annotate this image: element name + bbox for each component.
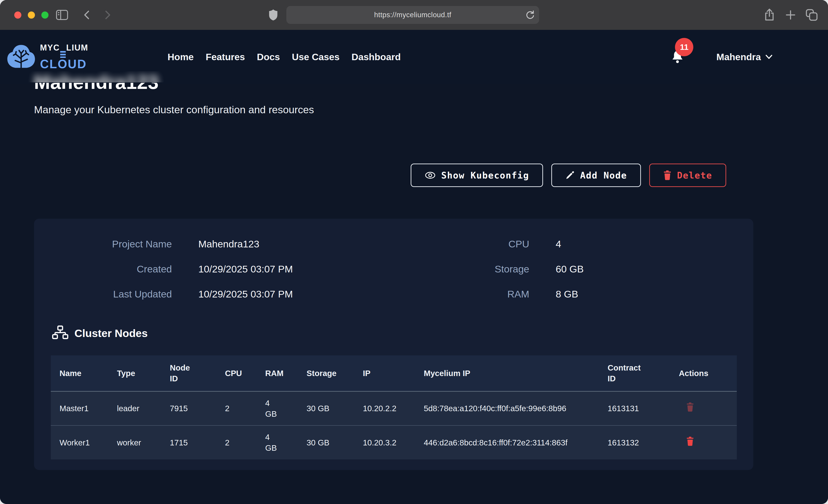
table-row: Worker1 worker 1715 2 4 GB 30 GB 10.20.3… bbox=[51, 425, 737, 459]
col-header-actions: Actions bbox=[670, 355, 737, 391]
node-ram: 4 GB bbox=[256, 391, 298, 425]
page-viewport: MYCELIUM CLOUD Home Features Docs Use Ca… bbox=[0, 30, 828, 504]
node-actions bbox=[670, 391, 737, 425]
col-header-node-id: Node ID bbox=[161, 355, 216, 391]
delete-cluster-button[interactable]: Delete bbox=[649, 164, 726, 187]
node-mycelium-ip: 446:d2a6:8bcd:8c16:ff0f:72e2:3114:863f bbox=[415, 425, 599, 459]
cluster-nodes-title: Cluster Nodes bbox=[75, 327, 148, 339]
cluster-hierarchy-icon bbox=[52, 326, 69, 341]
nav-links: Home Features Docs Use Cases Dashboard bbox=[168, 52, 401, 62]
user-name: Mahendra bbox=[716, 52, 761, 62]
page-subtitle: Manage your Kubernetes cluster configura… bbox=[34, 104, 828, 116]
brand-name-top: MYCELIUM bbox=[40, 44, 88, 58]
node-cpu: 2 bbox=[216, 391, 256, 425]
zoom-window-button[interactable] bbox=[41, 11, 48, 18]
pencil-icon bbox=[565, 171, 575, 180]
new-tab-icon[interactable] bbox=[785, 0, 796, 30]
node-ip: 10.20.2.2 bbox=[354, 391, 415, 425]
col-header-type: Type bbox=[108, 355, 161, 391]
ram-label: RAM bbox=[455, 289, 529, 300]
eye-icon bbox=[425, 171, 436, 179]
node-mycelium-ip: 5d8:78ea:a120:f40c:ff0f:a5fe:99e6:8b96 bbox=[415, 391, 599, 425]
tab-overview-icon[interactable] bbox=[805, 0, 818, 30]
sidebar-toggle-icon[interactable] bbox=[56, 0, 68, 30]
col-header-name: Name bbox=[51, 355, 108, 391]
trash-icon bbox=[686, 403, 694, 412]
brand-e-bars: E bbox=[60, 51, 66, 58]
created-label: Created bbox=[34, 263, 172, 275]
brand-name-bottom: CLOUD bbox=[40, 58, 88, 70]
url-text: https://myceliumcloud.tf bbox=[374, 11, 451, 19]
node-id: 7915 bbox=[161, 391, 216, 425]
page-header: Mahendra123 Mahendra123 Manage your Kube… bbox=[0, 84, 828, 116]
node-type: leader bbox=[108, 391, 161, 425]
col-header-storage: Storage bbox=[298, 355, 354, 391]
show-kubeconfig-button[interactable]: Show Kubeconfig bbox=[411, 164, 543, 187]
add-node-button[interactable]: Add Node bbox=[551, 164, 641, 187]
node-id: 1715 bbox=[161, 425, 216, 459]
address-bar[interactable]: https://myceliumcloud.tf bbox=[286, 6, 539, 24]
project-info-grid: Project Name Mahendra123 CPU 4 Created 1… bbox=[34, 239, 753, 300]
browser-window: https://myceliumcloud.tf bbox=[0, 0, 828, 504]
storage-value: 60 GB bbox=[556, 263, 753, 275]
project-name-label: Project Name bbox=[34, 239, 172, 250]
node-type: worker bbox=[108, 425, 161, 459]
privacy-shield-icon[interactable] bbox=[268, 0, 278, 30]
col-header-mycelium-ip: Mycelium IP bbox=[415, 355, 599, 391]
user-menu[interactable]: Mahendra bbox=[716, 52, 773, 62]
brand-logo[interactable]: MYCELIUM CLOUD bbox=[6, 43, 88, 71]
node-storage: 30 GB bbox=[298, 391, 354, 425]
notifications-button[interactable]: 11 bbox=[671, 50, 684, 64]
node-contract-id: 1613132 bbox=[599, 425, 670, 459]
project-details-panel: Project Name Mahendra123 CPU 4 Created 1… bbox=[34, 219, 753, 470]
node-storage: 30 GB bbox=[298, 425, 354, 459]
node-actions bbox=[670, 425, 737, 459]
node-cpu: 2 bbox=[216, 425, 256, 459]
last-updated-value: 10/29/2025 03:07 PM bbox=[198, 289, 428, 300]
node-ram: 4 GB bbox=[256, 425, 298, 459]
cpu-value: 4 bbox=[556, 239, 753, 250]
cpu-label: CPU bbox=[455, 239, 529, 250]
col-header-cpu: CPU bbox=[216, 355, 256, 391]
node-ip: 10.20.3.2 bbox=[354, 425, 415, 459]
cluster-actions-toolbar: Show Kubeconfig Add Node bbox=[0, 164, 828, 187]
node-name: Worker1 bbox=[51, 425, 108, 459]
delete-node-button[interactable] bbox=[679, 437, 694, 446]
nav-item-home[interactable]: Home bbox=[168, 52, 194, 62]
storage-label: Storage bbox=[455, 263, 529, 275]
trash-icon bbox=[663, 170, 671, 180]
mycelium-cloud-logo-icon bbox=[6, 43, 36, 71]
share-icon[interactable] bbox=[763, 0, 775, 30]
nodes-table: Name Type Node ID CPU RAM Storage IP Myc… bbox=[51, 355, 737, 459]
browser-chrome: https://myceliumcloud.tf bbox=[0, 0, 828, 30]
ram-value: 8 GB bbox=[556, 289, 753, 300]
col-header-ram: RAM bbox=[256, 355, 298, 391]
col-header-ip: IP bbox=[354, 355, 415, 391]
last-updated-label: Last Updated bbox=[34, 289, 172, 300]
reload-icon[interactable] bbox=[525, 10, 535, 20]
node-contract-id: 1613131 bbox=[599, 391, 670, 425]
trash-icon bbox=[686, 437, 694, 446]
cluster-nodes-heading: Cluster Nodes bbox=[52, 326, 753, 341]
created-value: 10/29/2025 03:07 PM bbox=[198, 263, 428, 275]
close-window-button[interactable] bbox=[14, 11, 22, 18]
minimize-window-button[interactable] bbox=[28, 11, 35, 18]
notification-badge: 11 bbox=[675, 38, 693, 56]
forward-button-icon[interactable] bbox=[103, 0, 112, 30]
table-header-row: Name Type Node ID CPU RAM Storage IP Myc… bbox=[51, 355, 737, 391]
node-name: Master1 bbox=[51, 391, 108, 425]
nodes-table-wrap: Name Type Node ID CPU RAM Storage IP Myc… bbox=[51, 355, 737, 459]
table-row: Master1 leader 7915 2 4 GB 30 GB 10.20.2… bbox=[51, 391, 737, 425]
col-header-contract-id: Contract ID bbox=[599, 355, 670, 391]
nav-item-dashboard[interactable]: Dashboard bbox=[351, 52, 401, 62]
delete-node-button[interactable] bbox=[679, 403, 694, 412]
project-name-value: Mahendra123 bbox=[198, 239, 428, 250]
nav-item-docs[interactable]: Docs bbox=[257, 52, 280, 62]
traffic-lights bbox=[14, 11, 48, 18]
nav-item-use-cases[interactable]: Use Cases bbox=[292, 52, 339, 62]
back-button-icon[interactable] bbox=[82, 0, 91, 30]
chevron-down-icon bbox=[765, 54, 773, 60]
nav-item-features[interactable]: Features bbox=[206, 52, 245, 62]
